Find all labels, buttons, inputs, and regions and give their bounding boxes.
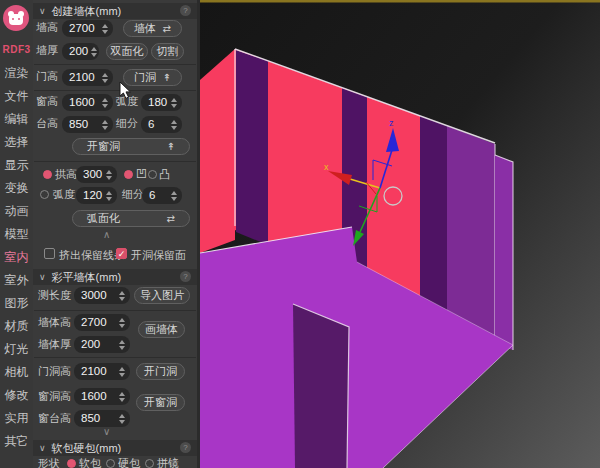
collapse-up-icon[interactable]: ∧ bbox=[103, 230, 110, 240]
subdivision-input[interactable]: 6 bbox=[141, 116, 182, 133]
window-height-input[interactable]: 1600 bbox=[62, 94, 113, 111]
open-door-hole-button[interactable]: 开门洞 bbox=[136, 363, 185, 380]
help-icon[interactable]: ? bbox=[180, 5, 191, 16]
wall-thickness2-value: 200 bbox=[81, 339, 116, 350]
arc-degree-spinner[interactable] bbox=[168, 95, 180, 110]
subdivision-spinner[interactable] bbox=[168, 117, 180, 132]
sidebar-item-file[interactable]: 文件 bbox=[0, 85, 33, 108]
window-height-spinner[interactable] bbox=[99, 95, 111, 110]
sidebar-item-exterior[interactable]: 室外 bbox=[0, 269, 33, 292]
sidebar-item-render[interactable]: 渲染 bbox=[0, 62, 33, 85]
wall-thickness2-spinner[interactable] bbox=[116, 337, 128, 352]
door-hole-height-spinner[interactable] bbox=[116, 364, 128, 379]
rdf3-logo-icon[interactable] bbox=[3, 5, 29, 31]
cut-button[interactable]: 切割 bbox=[151, 43, 184, 60]
wall-height2-label: 墙体高 bbox=[38, 317, 71, 328]
sidebar-item-other[interactable]: 其它 bbox=[0, 430, 33, 453]
wall-thickness2-input[interactable]: 200 bbox=[74, 336, 130, 353]
gizmo-x-label: x bbox=[324, 162, 329, 172]
sidebar-item-material[interactable]: 材质 bbox=[0, 315, 33, 338]
door-hole-height-input[interactable]: 2100 bbox=[74, 363, 130, 380]
section-header-color-plan-wall[interactable]: ∨ 彩平墙体(mm) ? bbox=[33, 269, 197, 285]
sidebar-item-transform[interactable]: 变换 bbox=[0, 177, 33, 200]
section-header-create-wall[interactable]: ∨ 创建墙体(mm) ? bbox=[33, 3, 197, 19]
chevron-down-icon[interactable]: ∨ bbox=[39, 6, 46, 16]
arc-degree2-radio[interactable] bbox=[40, 190, 49, 199]
sidebar-item-shapes[interactable]: 图形 bbox=[0, 292, 33, 315]
extrude-keep-lines-checkbox[interactable] bbox=[44, 248, 55, 259]
window-hole-height-input[interactable]: 1600 bbox=[74, 388, 130, 405]
sidebar-item-utility[interactable]: 实用 bbox=[0, 407, 33, 430]
wall-right-face[interactable] bbox=[447, 126, 495, 345]
subdivision-label: 细分 bbox=[116, 118, 138, 129]
sill-height-input[interactable]: 850 bbox=[62, 116, 113, 133]
concave-radio[interactable] bbox=[124, 170, 133, 179]
collapse-down-icon[interactable]: ∨ bbox=[103, 427, 110, 437]
arch-height-radio[interactable] bbox=[43, 170, 52, 179]
soft-pack-radio[interactable] bbox=[67, 459, 76, 468]
wall-height-spinner[interactable] bbox=[99, 21, 111, 36]
draw-wall-button[interactable]: 画墙体 bbox=[138, 321, 185, 338]
sill-height-label: 台高 bbox=[36, 118, 58, 129]
arc-face-label: 弧面化 bbox=[87, 213, 120, 224]
separator bbox=[34, 161, 196, 162]
sidebar-item-camera[interactable]: 相机 bbox=[0, 361, 33, 384]
open-window-hole2-button[interactable]: 开窗洞 bbox=[136, 394, 185, 411]
chevron-down-icon[interactable]: ∨ bbox=[39, 272, 46, 282]
wall-sliver-panel[interactable] bbox=[495, 155, 513, 350]
sidebar-item-modify[interactable]: 修改 bbox=[0, 384, 33, 407]
sidebar-item-interior[interactable]: 室内 bbox=[0, 246, 33, 269]
active-viewport-border bbox=[200, 0, 600, 3]
sidebar-item-edit[interactable]: 编辑 bbox=[0, 108, 33, 131]
subdivision2-input[interactable]: 6 bbox=[142, 187, 182, 204]
door-opening[interactable] bbox=[293, 304, 349, 468]
open-window-hole-label: 开窗洞 bbox=[87, 141, 120, 152]
arc-degree2-spinner[interactable] bbox=[103, 188, 115, 203]
measure-length-value: 3000 bbox=[81, 290, 116, 301]
open-window-hole-button[interactable]: 开窗洞 ↟ bbox=[72, 138, 190, 155]
double-side-label: 双面化 bbox=[111, 46, 144, 57]
section-header-soft-hard-pack[interactable]: ∨ 软包硬包(mm) ? bbox=[33, 440, 197, 456]
sill-height-spinner[interactable] bbox=[99, 117, 111, 132]
chevron-down-icon[interactable]: ∨ bbox=[39, 443, 46, 453]
arc-degree2-input[interactable]: 120 bbox=[76, 187, 117, 204]
wall-height2-input[interactable]: 2700 bbox=[74, 314, 130, 331]
sidebar-item-select[interactable]: 选择 bbox=[0, 131, 33, 154]
hard-pack-radio[interactable] bbox=[106, 459, 115, 468]
wall-height2-spinner[interactable] bbox=[116, 315, 128, 330]
help-icon[interactable]: ? bbox=[180, 271, 191, 282]
convex-radio[interactable] bbox=[148, 170, 157, 179]
arch-height-input[interactable]: 300 bbox=[76, 166, 117, 183]
wall-height-input[interactable]: 2700 bbox=[62, 20, 113, 37]
arc-degree-input[interactable]: 180 bbox=[141, 94, 182, 111]
double-side-button[interactable]: 双面化 bbox=[106, 43, 148, 60]
keep-hole-face-checkbox[interactable]: ✓ bbox=[116, 248, 127, 259]
wall-thickness-input[interactable]: 200 bbox=[62, 43, 99, 60]
mirror-radio[interactable] bbox=[145, 459, 154, 468]
door-height-spinner[interactable] bbox=[99, 70, 111, 85]
concave-label: 凹 bbox=[136, 169, 147, 180]
sidebar-item-animation[interactable]: 动画 bbox=[0, 200, 33, 223]
sidebar-item-display[interactable]: 显示 bbox=[0, 154, 33, 177]
sidebar-item-model[interactable]: 模型 bbox=[0, 223, 33, 246]
wall-thickness-label: 墙厚 bbox=[36, 45, 58, 56]
wall-left-face[interactable] bbox=[200, 49, 235, 253]
hard-pack-label: 硬包 bbox=[118, 458, 140, 468]
arc-face-button[interactable]: 弧面化 ⇄ bbox=[72, 210, 190, 227]
import-image-button[interactable]: 导入图片 bbox=[134, 287, 190, 304]
sill-height2-spinner[interactable] bbox=[116, 411, 128, 426]
measure-length-input[interactable]: 3000 bbox=[74, 287, 130, 304]
subdivision2-spinner[interactable] bbox=[168, 188, 180, 203]
viewport-3d[interactable]: x z bbox=[200, 0, 600, 468]
door-height-input[interactable]: 2100 bbox=[62, 69, 113, 86]
section-title: 创建墙体(mm) bbox=[52, 6, 122, 17]
sidebar-item-light[interactable]: 灯光 bbox=[0, 338, 33, 361]
help-icon[interactable]: ? bbox=[180, 442, 191, 453]
window-hole-height-spinner[interactable] bbox=[116, 389, 128, 404]
measure-length-spinner[interactable] bbox=[116, 288, 128, 303]
wall-button[interactable]: 墙体 ⇄ bbox=[123, 20, 182, 37]
wall-thickness-spinner[interactable] bbox=[88, 44, 100, 59]
arch-height-spinner[interactable] bbox=[103, 167, 115, 182]
wall-stripe-1[interactable] bbox=[236, 50, 268, 245]
sill-height2-input[interactable]: 850 bbox=[74, 410, 130, 427]
